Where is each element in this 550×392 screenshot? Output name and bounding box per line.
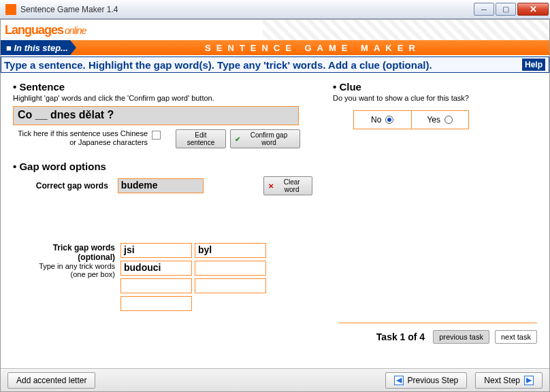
cjk-checkbox-label: Tick here if this sentence uses Chinese … bbox=[13, 129, 148, 146]
window-title: Sentence Game Maker 1.4 bbox=[20, 5, 474, 14]
window-minimize-button[interactable]: ─ bbox=[474, 3, 494, 16]
clue-no-label: No bbox=[371, 115, 381, 125]
clue-subheading: Do you want to show a clue for this task… bbox=[333, 94, 537, 102]
arrow-right-icon: ▶ bbox=[524, 376, 534, 385]
trick-word-input[interactable] bbox=[120, 296, 192, 311]
sentence-subheading: Highlight 'gap' words and click the 'Con… bbox=[13, 94, 312, 102]
confirm-gap-word-button[interactable]: ✔Confirm gap word bbox=[230, 129, 300, 148]
app-frame: Languagesonline ■ In this step... SENTEN… bbox=[0, 19, 550, 392]
x-icon: ✕ bbox=[268, 182, 274, 190]
clue-radio-group: No Yes bbox=[353, 110, 469, 129]
edit-sentence-button[interactable]: Edit sentence bbox=[176, 129, 226, 148]
clue-heading: Clue bbox=[333, 81, 537, 93]
logo-row: Languagesonline bbox=[1, 20, 549, 40]
window-titlebar: Sentence Game Maker 1.4 ─ ▢ ✕ bbox=[0, 0, 550, 19]
left-column: Sentence Highlight 'gap' words and click… bbox=[13, 81, 312, 350]
brand-logo: Languagesonline bbox=[5, 23, 86, 37]
trick-words-grid: jsi byl budouci bbox=[120, 243, 266, 311]
clue-yes-option[interactable]: Yes bbox=[411, 111, 469, 129]
help-button[interactable]: Help bbox=[521, 58, 546, 71]
decorative-checker bbox=[263, 20, 549, 40]
next-step-button[interactable]: Next Step ▶ bbox=[475, 372, 543, 389]
window-close-button[interactable]: ✕ bbox=[517, 3, 549, 16]
trick-word-input[interactable] bbox=[120, 278, 192, 293]
app-icon bbox=[5, 4, 16, 15]
main-content: Sentence Highlight 'gap' words and click… bbox=[1, 73, 549, 350]
banner-title: SENTENCE GAME MAKER bbox=[76, 43, 549, 53]
sentence-input[interactable]: Co __ dnes dělat ? bbox=[13, 106, 299, 125]
next-task-button[interactable]: next task bbox=[495, 330, 537, 344]
gap-options-heading: Gap word options bbox=[13, 161, 312, 172]
sentence-heading: Sentence bbox=[13, 81, 312, 93]
radio-icon bbox=[444, 116, 453, 124]
window-maximize-button[interactable]: ▢ bbox=[496, 3, 516, 16]
trick-word-input[interactable]: budouci bbox=[120, 261, 192, 276]
radio-icon bbox=[385, 116, 393, 124]
arrow-left-icon: ◀ bbox=[394, 376, 404, 385]
add-accented-letter-button[interactable]: Add accented letter bbox=[7, 372, 95, 389]
trick-word-input[interactable] bbox=[195, 278, 266, 293]
step-banner: ■ In this step... SENTENCE GAME MAKER bbox=[1, 40, 549, 55]
instruction-text: Type a sentence. Highlight the gap word(… bbox=[4, 59, 521, 71]
instruction-bar: Type a sentence. Highlight the gap word(… bbox=[1, 56, 549, 73]
previous-step-button[interactable]: ◀ Previous Step bbox=[385, 372, 468, 389]
task-counter: Task 1 of 4 bbox=[376, 331, 425, 342]
step-label: ■ In this step... bbox=[1, 40, 76, 55]
check-icon: ✔ bbox=[235, 135, 240, 143]
right-column: Clue Do you want to show a clue for this… bbox=[333, 81, 537, 350]
footer-bar: Add accented letter ◀ Previous Step Next… bbox=[1, 368, 549, 391]
correct-gap-input[interactable]: budeme bbox=[118, 178, 204, 193]
trick-word-input[interactable] bbox=[195, 261, 266, 276]
clear-word-button[interactable]: ✕Clear word bbox=[263, 176, 312, 195]
trick-labels: Trick gap words (optional) Type in any t… bbox=[13, 243, 115, 311]
trick-word-input[interactable]: byl bbox=[195, 243, 266, 258]
trick-word-input[interactable]: jsi bbox=[120, 243, 192, 258]
clue-yes-label: Yes bbox=[427, 115, 440, 125]
previous-task-button[interactable]: previous task bbox=[433, 330, 489, 344]
clue-no-option[interactable]: No bbox=[354, 111, 411, 129]
task-nav-bar: Task 1 of 4 previous task next task bbox=[338, 323, 537, 344]
cjk-checkbox[interactable] bbox=[152, 131, 161, 140]
correct-gap-label: Correct gap words bbox=[13, 181, 112, 191]
